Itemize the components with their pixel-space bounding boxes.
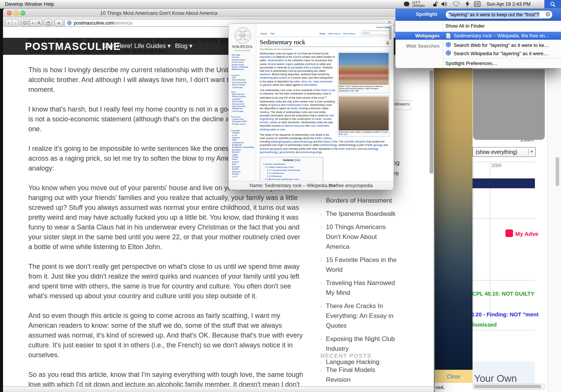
wiki-thumbnail-1[interactable]: Middle Triassic marginal marine sequence… [338,52,390,93]
safari-vscroll-thumb[interactable] [429,70,434,174]
wiki-link[interactable]: structural geology [301,151,322,153]
menu-develop[interactable]: Develop [5,1,23,7]
spotlight-menu-button[interactable] [544,0,561,8]
followers-widget[interactable]: followers [392,100,411,110]
wiki-link[interactable]: Earth [293,56,299,58]
font-smaller-button[interactable]: A [30,21,36,25]
toc-entry[interactable]: 1.1.1 Conglomerates and breccias [263,169,320,172]
wiki-link[interactable]: erosion [279,76,287,79]
wiki-sidebar-link[interactable]: Wikipedia store [232,68,248,71]
wiki-link[interactable]: paleoclimatology [293,140,312,143]
wiki-language-link[interactable]: Беларуская (тарашкевіца) [232,146,254,149]
wiki-link[interactable]: geochemistry [279,151,295,153]
wiki-link[interactable]: roads [315,118,322,120]
menu-help[interactable]: Help [44,1,54,7]
wiki-link[interactable]: Earth's history [315,137,332,139]
nav-blog[interactable]: Blog ▾ [175,42,192,50]
font-bigger-button[interactable]: A [36,20,42,26]
tab-article[interactable]: Article [260,32,267,35]
wiki-link[interactable]: coal [310,124,315,127]
search-wikipedia-row[interactable]: Search Wikipedia for "layering" as it we… [454,51,549,56]
nav-start-here[interactable]: Start Here! [102,42,132,50]
recent-post-link[interactable]: The Final Models Revision [326,365,399,385]
wiki-link[interactable]: glaciers [263,84,272,86]
wifi-icon[interactable] [452,1,460,7]
menu-window[interactable]: Window [25,1,42,7]
wiki-link[interactable]: drinking water [260,128,276,131]
zoom-window-button[interactable] [20,11,25,15]
toc-entry[interactable]: 1.1 Clastic sedimentary rocks [263,166,320,169]
wiki-link[interactable]: Sedimentation [268,59,285,62]
popular-post-link[interactable]: 15 Favorite Places in the World [326,255,399,275]
bolt-icon[interactable] [465,1,470,7]
wiki-link[interactable]: water [293,80,300,83]
popular-post-link[interactable]: Traveling Has Narrowed My Mind [326,278,399,298]
clear-icon[interactable]: × [546,12,550,17]
selected-result-row[interactable]: Webpages Sedimentary rock – Wikipedia, t… [395,32,561,40]
wiki-link[interactable]: geology [373,144,383,146]
back-icon[interactable]: ‹ [5,20,12,26]
ad-close-button[interactable]: Close [447,373,460,380]
temperature-status[interactable]: 113°F 1500rpm [412,1,425,8]
bookmarks-button[interactable] [21,19,29,27]
wiki-link[interactable]: fossil fuels [317,124,329,127]
wiki-link[interactable]: precipitate [291,66,303,69]
wiki-link[interactable]: strata [291,107,298,110]
ad-close-bar[interactable]: Close [435,370,473,383]
wiki-sidebar-link[interactable]: Download as PDF [232,121,247,123]
wiki-link[interactable]: houses [323,118,332,120]
popular-post-link[interactable]: Exposing the Night Club Industry [326,334,399,354]
toc-entry[interactable]: 1 Genetic classification [263,163,320,166]
evernote-icon[interactable] [403,1,410,7]
wiki-thumbnail-2[interactable]: Sedimentary rocks on Mars, investigated … [338,95,390,137]
wiki-link[interactable]: physical geography [260,147,282,150]
wiki-link[interactable]: organic [285,63,294,65]
nav-life-guides[interactable]: Life Guides ▾ [134,42,170,50]
new-tab-button[interactable]: + [54,19,63,27]
wiki-link[interactable]: weathering [260,76,273,79]
forward-icon[interactable]: › [12,20,18,26]
menu-clock[interactable]: Sun Apr 19 2:43 PM [487,1,530,7]
wiki-sidebar-link[interactable]: Cite this page [232,110,246,113]
popular-post-link[interactable]: 10 Things Americans Don't Know About Ame… [326,222,399,252]
wiki-link[interactable]: sediment [260,73,270,76]
tab-read[interactable]: Read [319,32,325,35]
wiki-link[interactable]: mineral [268,63,276,65]
wiki-link[interactable]: geomorphology [260,151,278,153]
tab-view-source[interactable]: View source [328,32,341,35]
wiki-link[interactable]: canals [270,121,277,124]
wiki-sidebar-link[interactable]: Printable version [232,123,247,126]
calendar-grid-icon[interactable] [474,1,480,7]
wiki-link[interactable]: bedding [260,111,269,113]
wiki-link[interactable]: history of life [322,140,337,143]
lock-open-icon[interactable] [433,2,438,7]
minimize-window-button[interactable] [14,11,19,15]
wiki-link[interactable]: denudation [304,84,317,86]
timeline-marker-label[interactable]: My Adve [515,231,538,237]
close-window-button[interactable] [7,11,12,15]
wiki-search-input[interactable] [362,31,390,35]
tab-talk[interactable]: Talk [270,32,274,35]
spotlight-preferences[interactable]: Spotlight Preferences… [445,60,497,66]
wiki-link[interactable]: metamorphic rocks [286,104,308,106]
wiki-link[interactable]: Earth sciences [339,147,356,150]
popular-post-link[interactable]: There Are Cracks In Everything: An Essay… [326,301,399,331]
right-window-hscroll-thumb[interactable] [474,385,541,388]
toc-entry[interactable]: 1.2 Biochemical sedimentary rocks [263,178,320,181]
tab-view-history[interactable]: View history [343,32,355,35]
wiki-link[interactable]: sedimentology [320,144,337,146]
preview-vscroll-thumb[interactable] [389,25,392,40]
wiki-link[interactable]: palaeogeography [271,140,291,143]
toc-entry[interactable]: 1.1.3 Mudrocks [263,175,320,178]
wiki-sidebar-link[interactable]: About Wikipedia [232,79,246,81]
wiki-link[interactable]: Triassic [344,85,350,87]
right-window-vscroll-thumb[interactable] [556,157,559,186]
wiki-link[interactable]: tunnels [260,121,268,124]
filter-dropdown[interactable]: (show everything) ▼ [473,147,536,157]
wiki-link[interactable]: solution [312,66,321,69]
right-window-hscrollbar[interactable] [473,384,545,390]
wiki-link[interactable]: deposition [260,56,272,58]
wiki-link[interactable]: scientific discipline [344,140,366,143]
wiki-link[interactable]: pedology [367,147,378,150]
wiki-link[interactable]: wind [301,80,307,83]
